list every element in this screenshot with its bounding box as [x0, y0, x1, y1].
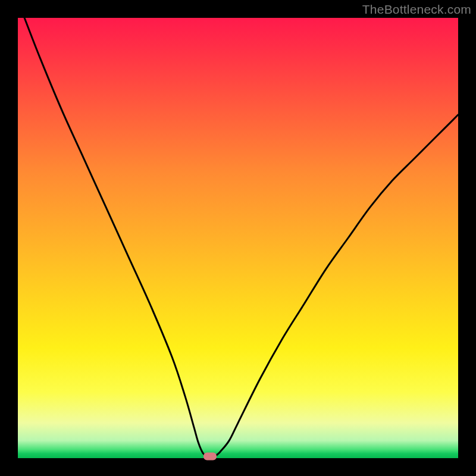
chart-frame: TheBottleneck.com: [0, 0, 476, 476]
watermark-text: TheBottleneck.com: [362, 2, 471, 17]
optimal-marker: [203, 453, 217, 461]
plot-area: [18, 18, 458, 458]
curve-svg: [18, 18, 458, 458]
bottleneck-curve: [24, 18, 458, 458]
